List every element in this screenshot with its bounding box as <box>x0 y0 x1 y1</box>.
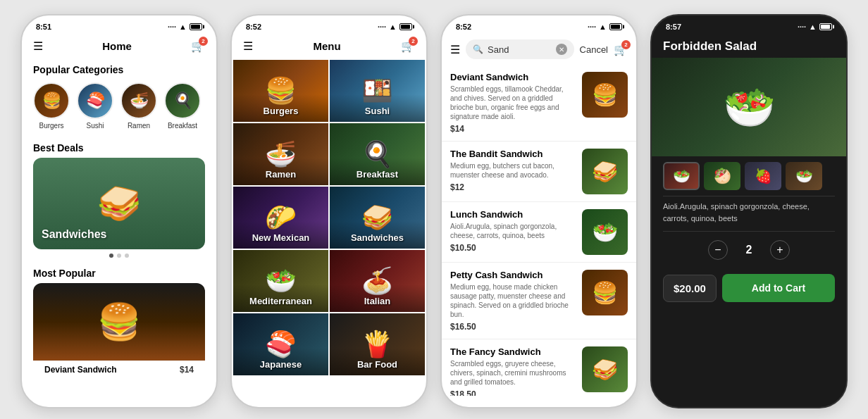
result-price-2: $12 <box>450 182 575 192</box>
popular-price: $14 <box>180 365 194 375</box>
menu-icon-2[interactable]: ☰ <box>243 39 253 53</box>
breakfast-menu-label: Breakfast <box>330 158 425 185</box>
status-bar-1: 8:51 ···· ▲ <box>22 15 216 34</box>
thumb-3[interactable]: 🍓 <box>745 162 781 190</box>
sushi-menu-label: Sushi <box>330 94 425 122</box>
result-desc-4: Medium egg, house made chicken sausage p… <box>450 282 575 319</box>
result-thumb-1: 🍔 <box>582 72 628 118</box>
battery-4 <box>819 23 832 30</box>
japanese-menu-label: Japanese <box>233 348 328 375</box>
thumb-4[interactable]: 🥗 <box>786 162 822 190</box>
status-icons-4: ···· ▲ <box>798 23 832 31</box>
cart-badge-1: 2 <box>199 37 208 46</box>
category-breakfast[interactable]: 🍳 Breakfast <box>164 82 201 130</box>
menu-cell-barfood[interactable]: 🍟 Bar Food <box>330 313 425 375</box>
result-desc-1: Scrambled eggs, tillamook Cheddar, and c… <box>450 85 575 121</box>
result-name-4: Petty Cash Sandwich <box>450 270 575 280</box>
phone-search: 8:52 ···· ▲ ☰ 🔍 Sand ✕ Cancel 🛒 2 Devian… <box>440 14 638 408</box>
cart-button-3[interactable]: 🛒 2 <box>614 43 628 56</box>
category-sushi[interactable]: 🍣 Sushi <box>77 82 113 130</box>
time-1: 8:51 <box>36 23 51 31</box>
increase-qty-button[interactable]: + <box>770 240 790 260</box>
search-icon-3: 🔍 <box>473 44 483 54</box>
menu-icon[interactable]: ☰ <box>33 39 43 53</box>
time-4: 8:57 <box>666 23 681 31</box>
thumb-1[interactable]: 🥗 <box>663 162 700 190</box>
result-name-3: Lunch Sandwich <box>450 209 575 220</box>
result-desc-5: Scrambled eggs, gruyere cheese, chivers,… <box>450 359 575 387</box>
result-info-5: The Fancy Sandwich Scrambled eggs, gruye… <box>450 346 575 396</box>
price-display: $20.00 <box>663 275 717 302</box>
result-bandit-sandwich[interactable]: The Bandit Sandwich Medium egg, butchers… <box>442 142 636 202</box>
result-thumb-5: 🥪 <box>582 346 628 392</box>
search-clear-btn[interactable]: ✕ <box>556 44 567 55</box>
popular-name: Deviant Sandwich <box>44 365 117 375</box>
result-name-5: The Fancy Sandwich <box>450 346 575 357</box>
result-deviant-sandwich[interactable]: Deviant Sandwich Scrambled eggs, tillamo… <box>442 65 636 142</box>
menu-cell-breakfast[interactable]: 🍳 Breakfast <box>330 123 425 185</box>
result-fancy-sandwich[interactable]: The Fancy Sandwich Scrambled eggs, gruye… <box>442 339 636 396</box>
menu-grid: 🍔 Burgers 🍱 Sushi 🍜 Ramen 🍳 Breakfast 🌮 … <box>232 58 426 377</box>
search-input-area[interactable]: 🔍 Sand ✕ <box>466 39 574 59</box>
cart-button-1[interactable]: 🛒 2 <box>191 39 205 53</box>
phone-detail: 8:57 ···· ▲ Forbidden Salad 🥗 🥗 🥙 🍓 🥗 Ai… <box>650 14 848 408</box>
result-name-2: The Bandit Sandwich <box>450 149 575 159</box>
phone-home: 8:51 ···· ▲ ☰ Home 🛒 2 Popular Categorie… <box>20 14 218 408</box>
signal-2: ···· <box>378 23 386 31</box>
popular-card[interactable]: 🍔 Deviant Sandwich $14 <box>33 283 205 379</box>
decrease-qty-button[interactable]: − <box>708 240 728 260</box>
menu-cell-newmexican[interactable]: 🌮 New Mexican <box>233 187 328 249</box>
signal-icon: ···· <box>168 23 176 31</box>
quantity-row: − 2 + <box>652 232 846 268</box>
time-3: 8:52 <box>456 23 471 31</box>
thumbnail-row: 🥗 🥙 🍓 🥗 <box>652 156 846 196</box>
add-to-cart-button[interactable]: Add to Cart <box>722 274 835 302</box>
wifi-2: ▲ <box>389 23 397 31</box>
category-ramen[interactable]: 🍜 Ramen <box>120 82 157 130</box>
ramen-label: Ramen <box>128 122 150 130</box>
menu-cell-burgers[interactable]: 🍔 Burgers <box>233 60 328 122</box>
result-name-1: Deviant Sandwich <box>450 72 575 82</box>
battery-2 <box>399 23 412 30</box>
cancel-button[interactable]: Cancel <box>580 44 608 55</box>
result-petty-sandwich[interactable]: Petty Cash Sandwich Medium egg, house ma… <box>442 263 636 339</box>
battery-3 <box>609 23 622 30</box>
search-text: Sand <box>488 44 552 55</box>
menu-cell-japanese[interactable]: 🍣 Japanese <box>233 313 328 375</box>
menu-cell-mediterranean[interactable]: 🥗 Mediterranean <box>233 250 328 312</box>
wifi-3: ▲ <box>599 23 607 31</box>
status-bar-3: 8:52 ···· ▲ <box>442 15 636 34</box>
featured-card[interactable]: 🥪 Sandwiches <box>33 158 205 249</box>
search-bar: ☰ 🔍 Sand ✕ Cancel 🛒 2 <box>442 34 636 65</box>
category-burgers[interactable]: 🍔 Burgers <box>33 82 70 130</box>
menu-cell-italian[interactable]: 🍝 Italian <box>330 250 425 312</box>
status-bar-2: 8:52 ···· ▲ <box>232 15 426 34</box>
thumb-2[interactable]: 🥙 <box>704 162 740 190</box>
cart-button-2[interactable]: 🛒 2 <box>401 39 415 53</box>
status-icons-2: ···· ▲ <box>378 23 412 31</box>
menu-cell-ramen[interactable]: 🍜 Ramen <box>233 123 328 185</box>
breakfast-label: Breakfast <box>168 122 197 130</box>
status-icons-3: ···· ▲ <box>588 23 622 31</box>
menu-cell-sushi[interactable]: 🍱 Sushi <box>330 60 425 122</box>
best-deals-title: Best Deals <box>22 137 216 158</box>
phone-menu: 8:52 ···· ▲ ☰ Menu 🛒 2 🍔 Burgers 🍱 Sushi <box>230 14 428 408</box>
result-thumb-4: 🍔 <box>582 270 628 315</box>
result-thumb-2: 🥪 <box>582 149 628 194</box>
item-title: Forbidden Salad <box>652 34 846 58</box>
result-lunch-sandwich[interactable]: Lunch Sandwich Aioli.Arugula, spinach go… <box>442 202 636 263</box>
sandwiches-menu-label: Sandwiches <box>330 221 425 249</box>
dot-2 <box>117 254 121 258</box>
item-description: Aioli.Arugula, spinach gorgonzola, chees… <box>652 196 846 231</box>
phone1-content: ☰ Home 🛒 2 Popular Categories 🍔 Burgers … <box>22 34 216 408</box>
nav-bar-1: ☰ Home 🛒 2 <box>22 34 216 58</box>
burgers-menu-label: Burgers <box>233 94 328 122</box>
hamburger-3[interactable]: ☰ <box>450 43 460 56</box>
result-price-3: $10.50 <box>450 243 575 253</box>
mediterranean-menu-label: Mediterranean <box>233 284 328 312</box>
result-desc-2: Medium egg, butchers cut bacon, muenster… <box>450 161 575 180</box>
menu-cell-sandwiches[interactable]: 🥪 Sandwiches <box>330 187 425 249</box>
result-price-5: $18.50 <box>450 389 575 396</box>
quantity-display: 2 <box>742 244 756 256</box>
popular-info: Deviant Sandwich $14 <box>33 361 205 379</box>
